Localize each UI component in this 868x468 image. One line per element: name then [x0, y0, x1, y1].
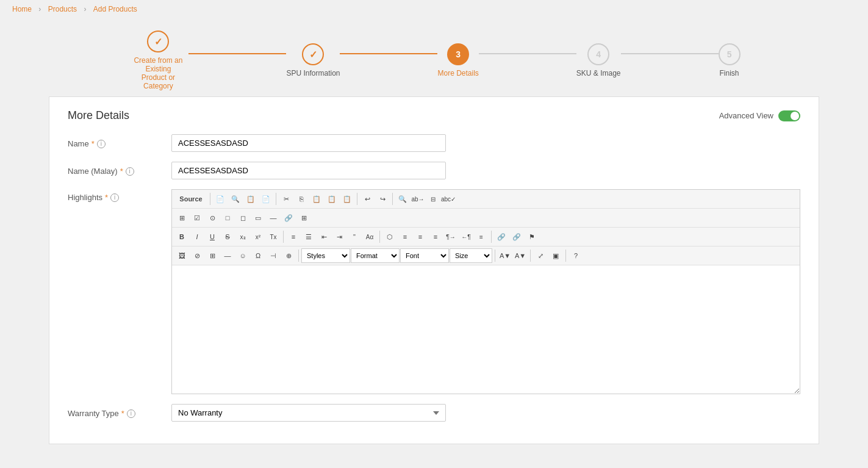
connector-2 [340, 53, 437, 54]
document-button[interactable]: 📄 [259, 192, 273, 206]
textfield-button[interactable]: □ [220, 211, 235, 225]
step-3-circle: 3 [447, 43, 469, 65]
show-blocks-button[interactable]: ▣ [548, 248, 563, 263]
justify-button[interactable]: ≡ [428, 229, 443, 244]
unordered-list-button[interactable]: ☰ [301, 229, 316, 244]
step-5-label: Finish [720, 69, 739, 77]
cut-button[interactable]: ✂ [279, 192, 293, 206]
tb-sep-5 [283, 231, 284, 243]
undo-button[interactable]: ↩ [360, 192, 375, 206]
step-3: 3 More Details [437, 43, 478, 77]
unlink-button[interactable]: 🔗 [509, 229, 524, 244]
breadcrumb-add-products[interactable]: Add Products [93, 5, 137, 13]
advanced-view-label: Advanced View [719, 111, 773, 120]
spellcheck-button[interactable]: abc✓ [441, 192, 456, 206]
strike-button[interactable]: S [220, 229, 235, 244]
select-all-button[interactable]: ⊟ [426, 192, 440, 206]
paste-plain-button[interactable]: 📋 [325, 192, 339, 206]
name-label: Name * i [68, 134, 171, 148]
subscript-button[interactable]: x₂ [235, 229, 250, 244]
hr-button[interactable]: — [266, 211, 281, 225]
bold-button[interactable]: B [174, 229, 189, 244]
step-1-circle [147, 31, 169, 52]
step-4-label: SKU & Image [576, 69, 621, 77]
styles2-button[interactable]: ≡ [474, 229, 489, 244]
advanced-view-toggle[interactable]: Advanced View [719, 110, 800, 121]
connector-4 [621, 53, 719, 54]
warranty-field-wrapper: No Warranty 1 Year Warranty 2 Year Warra… [171, 404, 446, 422]
ordered-list-button[interactable]: ≡ [286, 229, 301, 244]
highlights-info-icon[interactable]: i [110, 193, 119, 202]
italic-button[interactable]: I [190, 229, 204, 244]
paste-button[interactable]: 📋 [309, 192, 324, 206]
iframe-button[interactable]: ⊕ [281, 248, 296, 263]
textarea-button[interactable]: ◻ [235, 211, 250, 225]
text-color-button[interactable]: A▼ [498, 248, 512, 263]
align-center-button[interactable]: ≡ [398, 229, 412, 244]
link-button[interactable]: 🔗 [494, 229, 509, 244]
superscript-button[interactable]: x² [251, 229, 265, 244]
editor-container: Source 📄 🔍 📋 📄 ✂ ⎘ 📋 📋 📋 ↩ ↪ [171, 189, 800, 394]
warranty-select[interactable]: No Warranty 1 Year Warranty 2 Year Warra… [171, 404, 446, 422]
name-malay-input[interactable] [171, 162, 446, 179]
name-input[interactable] [171, 134, 446, 152]
image-button[interactable]: 🖼 [174, 248, 189, 263]
special-char-button[interactable]: Ω [251, 248, 265, 263]
step-1-label: Create from an ExistingProduct or Catego… [127, 56, 188, 90]
help-button[interactable]: ? [569, 248, 583, 263]
copy-button[interactable]: ⎘ [294, 192, 309, 206]
select-button[interactable]: ▭ [251, 211, 265, 225]
step-3-label: More Details [437, 69, 478, 77]
align-left-button[interactable]: ⬡ [382, 229, 397, 244]
font-select[interactable]: Font [400, 248, 449, 263]
replace-button[interactable]: ab→ [411, 192, 425, 206]
name-malay-info-icon[interactable]: i [126, 167, 134, 176]
size-select[interactable]: Size [450, 248, 492, 263]
find-button[interactable]: 🔍 [395, 192, 410, 206]
preview-button[interactable]: 🔍 [228, 192, 243, 206]
ltr-button[interactable]: ¶→ [443, 229, 458, 244]
breadcrumb-products[interactable]: Products [48, 5, 77, 13]
tb-sep-1 [210, 193, 210, 205]
clear-format-button[interactable]: Tx [266, 229, 281, 244]
image-table-button[interactable]: ⊞ [296, 211, 311, 225]
page-title: More Details [68, 109, 129, 122]
templates-button[interactable]: 📋 [243, 192, 258, 206]
increase-indent-button[interactable]: ⇥ [332, 229, 346, 244]
new-page-button[interactable]: 📄 [213, 192, 228, 206]
radio-button[interactable]: ⊙ [205, 211, 220, 225]
highlights-row: Highlights * i Source 📄 🔍 📋 📄 ✂ ⎘ 📋 [68, 189, 800, 394]
flash-button[interactable]: ⊘ [190, 248, 204, 263]
decrease-indent-button[interactable]: ⇤ [317, 229, 331, 244]
editor-body[interactable] [172, 265, 800, 394]
toggle-switch[interactable] [778, 110, 800, 121]
bg-color-button[interactable]: A▼ [513, 248, 528, 263]
tb-sep-2 [276, 193, 276, 205]
emoji-button[interactable]: ☺ [235, 248, 250, 263]
name-info-icon[interactable]: i [97, 140, 106, 148]
align-right-button[interactable]: ≡ [413, 229, 428, 244]
breadcrumb-home[interactable]: Home [12, 5, 32, 13]
table2-button[interactable]: ⊞ [205, 248, 220, 263]
styles-select[interactable]: Styles [301, 248, 350, 263]
table-button[interactable]: ⊞ [174, 211, 189, 225]
tb-sep-3 [357, 193, 357, 205]
paste-word-button[interactable]: 📋 [340, 192, 354, 206]
source-button[interactable]: Source [174, 192, 207, 206]
h-rule-button[interactable]: — [220, 248, 235, 263]
anchor-button[interactable]: ⚑ [525, 229, 539, 244]
step-4-circle: 4 [587, 43, 609, 65]
language-button[interactable]: Aα [362, 229, 377, 244]
page-break-button[interactable]: ⊣ [266, 248, 281, 263]
format-select[interactable]: Format [351, 248, 400, 263]
link-button-row2[interactable]: 🔗 [281, 211, 296, 225]
redo-button[interactable]: ↪ [375, 192, 390, 206]
rtl-button[interactable]: ←¶ [459, 229, 473, 244]
blockquote-button[interactable]: " [347, 229, 362, 244]
maximize-button[interactable]: ⤢ [533, 248, 548, 263]
underline-button[interactable]: U [205, 229, 220, 244]
tb-sep-7 [491, 231, 492, 243]
checkbox-button[interactable]: ☑ [190, 211, 204, 225]
stepper: Create from an ExistingProduct or Catego… [0, 18, 868, 96]
warranty-info-icon[interactable]: i [127, 409, 135, 418]
